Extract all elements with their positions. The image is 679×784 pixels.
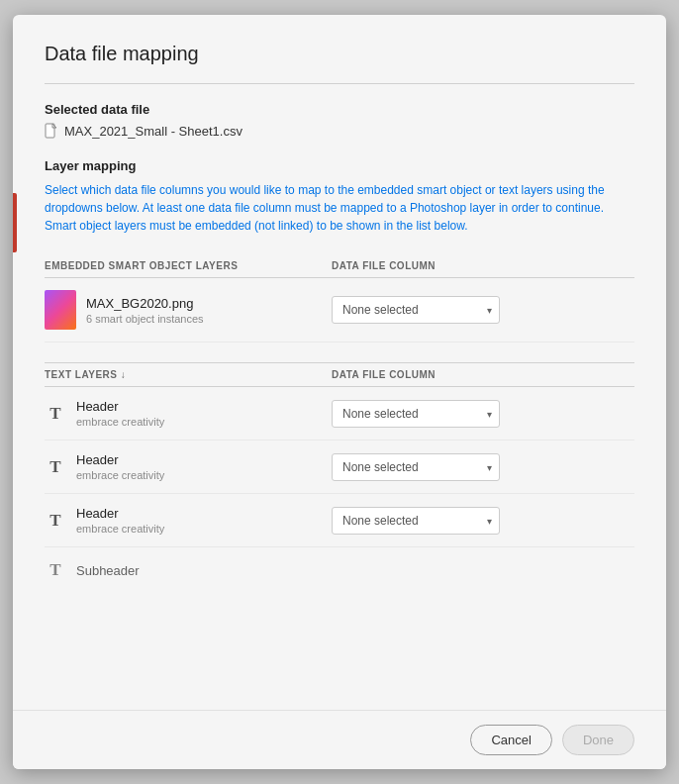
smart-object-sublabel: 6 smart object instances [86,313,204,325]
text-t-icon-2: T [45,510,66,532]
text-layer-row-0: T Header embrace creativity None selecte… [45,387,634,441]
text-layer-row-1: T Header embrace creativity None selecte… [45,441,634,494]
text-layer-dropdown-2[interactable]: None selected [332,507,500,535]
smart-object-col-layer-header: EMBEDDED SMART OBJECT LAYERS [45,260,332,271]
svg-rect-0 [46,124,54,138]
text-t-icon-3: T [45,559,66,581]
smart-object-row: MAX_BG2020.png 6 smart object instances … [45,278,634,343]
text-layer-cell-1: T Header embrace creativity [45,452,332,481]
text-layer-sublabel-0: embrace creativity [76,416,164,428]
dialog-title: Data file mapping [45,43,634,65]
text-layer-name-1: Header [76,452,164,467]
text-layers-table-header: TEXT LAYERS ↓ DATA FILE COLUMN [45,363,634,387]
file-icon [45,123,58,139]
text-layer-sublabel-2: embrace creativity [76,523,164,535]
smart-object-table: EMBEDDED SMART OBJECT LAYERS DATA FILE C… [45,254,634,343]
smart-object-thumbnail [45,290,76,330]
left-accent [13,193,17,252]
text-layer-row-2: T Header embrace creativity None selecte… [45,494,634,547]
text-layer-select-wrapper-0: None selected ▾ [332,400,500,428]
smart-object-col-data-header: DATA FILE COLUMN [332,260,634,271]
text-layer-cell-2: T Header embrace creativity [45,506,332,535]
text-t-icon-1: T [45,456,66,478]
text-layer-name-3: Subheader [76,563,140,578]
dialog-content: Data file mapping Selected data file MAX… [13,15,666,710]
text-layer-dropdown-1[interactable]: None selected [332,453,500,481]
smart-object-dropdown[interactable]: None selected [332,296,500,324]
cancel-button[interactable]: Cancel [470,725,551,755]
layer-mapping-label: Layer mapping [45,158,634,173]
text-layer-select-wrapper-1: None selected ▾ [332,453,500,481]
title-divider [45,83,634,84]
smart-object-table-header: EMBEDDED SMART OBJECT LAYERS DATA FILE C… [45,254,634,278]
smart-object-select-wrapper: None selected ▾ [332,296,500,324]
smart-object-layer-cell: MAX_BG2020.png 6 smart object instances [45,290,332,330]
smart-object-data-col: None selected ▾ [332,296,634,324]
text-layer-dropdown-0[interactable]: None selected [332,400,500,428]
text-layer-row-3: T Subheader [45,547,634,593]
file-row: MAX_2021_Small - Sheet1.csv [45,123,634,139]
text-layer-select-wrapper-2: None selected ▾ [332,507,500,535]
file-name: MAX_2021_Small - Sheet1.csv [64,124,242,139]
dialog-footer: Cancel Done [13,710,666,769]
smart-object-info: MAX_BG2020.png 6 smart object instances [86,296,204,325]
text-layer-sublabel-1: embrace creativity [76,469,164,481]
text-layers-table: TEXT LAYERS ↓ DATA FILE COLUMN T Header … [45,363,634,593]
mapping-description: Select which data file columns you would… [45,181,634,235]
text-layer-cell-0: T Header embrace creativity [45,399,332,428]
dialog: Data file mapping Selected data file MAX… [13,15,666,769]
text-layer-name-0: Header [76,399,164,414]
text-t-icon-0: T [45,403,66,425]
done-button[interactable]: Done [562,725,634,755]
text-layers-col-layer-header: TEXT LAYERS ↓ [45,369,332,380]
text-layer-name-2: Header [76,506,164,521]
text-layers-col-data-header: DATA FILE COLUMN [332,369,634,380]
selected-file-label: Selected data file [45,102,634,117]
smart-object-name: MAX_BG2020.png [86,296,204,311]
text-layer-cell-3: T Subheader [45,559,332,581]
